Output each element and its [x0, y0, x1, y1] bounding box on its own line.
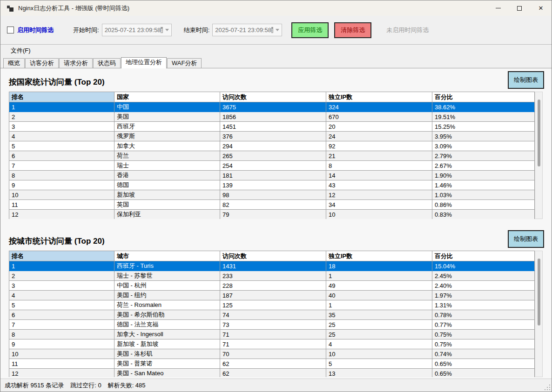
- table-cell[interactable]: 35: [326, 310, 432, 320]
- enable-time-filter-checkbox[interactable]: [7, 27, 14, 33]
- table-cell[interactable]: 0.65%: [432, 369, 535, 378]
- apply-filter-button[interactable]: 应用筛选: [291, 22, 329, 38]
- table-cell[interactable]: 0.75%: [432, 339, 535, 349]
- table-cell[interactable]: 7: [9, 161, 114, 171]
- table-row[interactable]: 8香港181141.90%: [9, 171, 535, 180]
- table-cell[interactable]: 18: [326, 261, 432, 271]
- city-table-scrollbar[interactable]: [535, 251, 543, 377]
- table-row[interactable]: 9德国139431.46%: [9, 180, 535, 190]
- table-cell[interactable]: 3: [9, 122, 114, 132]
- table-cell[interactable]: 70: [220, 349, 326, 359]
- tab-waf-analysis[interactable]: WAF分析: [167, 58, 202, 68]
- table-cell[interactable]: 125: [220, 300, 326, 310]
- table-cell[interactable]: 1.90%: [432, 171, 535, 180]
- table-row[interactable]: 4俄罗斯376243.95%: [9, 132, 535, 141]
- tab-overview[interactable]: 概览: [3, 58, 25, 68]
- table-cell[interactable]: 73: [220, 320, 326, 330]
- table-cell[interactable]: 香港: [114, 171, 220, 180]
- table-cell[interactable]: 40: [326, 291, 432, 300]
- table-cell[interactable]: 1: [326, 271, 432, 281]
- table-cell[interactable]: 美国: [114, 112, 220, 122]
- tab-status-codes[interactable]: 状态码: [93, 58, 121, 68]
- table-row[interactable]: 1中国367532438.62%: [9, 102, 535, 112]
- table-cell[interactable]: 加拿大 - Ingersoll: [114, 330, 220, 339]
- table-cell[interactable]: 12: [9, 210, 114, 219]
- table-cell[interactable]: 9: [9, 180, 114, 190]
- table-cell[interactable]: 1451: [220, 122, 326, 132]
- column-header-percentage[interactable]: 百分比: [432, 251, 535, 261]
- table-row[interactable]: 9新加坡 - 新加坡7140.75%: [9, 339, 535, 349]
- table-cell[interactable]: 670: [326, 112, 432, 122]
- table-cell[interactable]: 美国 - 洛杉矶: [114, 349, 220, 359]
- column-header-rank[interactable]: 排名: [9, 92, 114, 102]
- table-cell[interactable]: 1: [326, 300, 432, 310]
- table-cell[interactable]: 10: [9, 190, 114, 200]
- table-cell[interactable]: 1431: [220, 261, 326, 271]
- table-row[interactable]: 5荷兰 - Rosmalen12511.31%: [9, 300, 535, 310]
- table-cell[interactable]: 15.25%: [432, 122, 535, 132]
- table-cell[interactable]: 0.78%: [432, 310, 535, 320]
- table-cell[interactable]: 1.97%: [432, 291, 535, 300]
- table-cell[interactable]: 美国 - San Mateo: [114, 369, 220, 378]
- table-cell[interactable]: 376: [220, 132, 326, 141]
- table-row[interactable]: 2美国185667019.51%: [9, 112, 535, 122]
- table-cell[interactable]: 西班牙 - Turis: [114, 261, 220, 271]
- table-cell[interactable]: 3675: [220, 102, 326, 112]
- table-cell[interactable]: 新加坡 - 新加坡: [114, 339, 220, 349]
- table-cell[interactable]: 62: [220, 359, 326, 369]
- table-cell[interactable]: 2.45%: [432, 271, 535, 281]
- column-header-country[interactable]: 国家: [114, 92, 220, 102]
- table-cell[interactable]: 265: [220, 151, 326, 161]
- tab-request-analysis[interactable]: 请求分析: [59, 58, 93, 68]
- table-cell[interactable]: 英国: [114, 200, 220, 210]
- table-cell[interactable]: 294: [220, 141, 326, 151]
- table-cell[interactable]: 0.74%: [432, 349, 535, 359]
- table-cell[interactable]: 4: [9, 132, 114, 141]
- table-cell[interactable]: 荷兰: [114, 151, 220, 161]
- table-cell[interactable]: 10: [326, 210, 432, 219]
- column-header-percentage[interactable]: 百分比: [432, 92, 535, 102]
- table-cell[interactable]: 俄罗斯: [114, 132, 220, 141]
- table-cell[interactable]: 2: [9, 112, 114, 122]
- table-cell[interactable]: 6: [9, 310, 114, 320]
- table-cell[interactable]: 7: [9, 320, 114, 330]
- table-row[interactable]: 1西班牙 - Turis14311815.04%: [9, 261, 535, 271]
- table-cell[interactable]: 12: [326, 190, 432, 200]
- table-row[interactable]: 5加拿大294923.09%: [9, 141, 535, 151]
- table-cell[interactable]: 美国 - 纽约: [114, 291, 220, 300]
- table-row[interactable]: 10新加坡98121.03%: [9, 190, 535, 200]
- table-row[interactable]: 11英国82340.86%: [9, 200, 535, 210]
- table-cell[interactable]: 181: [220, 171, 326, 180]
- table-cell[interactable]: 11: [9, 359, 114, 369]
- table-cell[interactable]: 254: [220, 161, 326, 171]
- table-cell[interactable]: 2.67%: [432, 161, 535, 171]
- table-cell[interactable]: 瑞士 - 苏黎世: [114, 271, 220, 281]
- table-row[interactable]: 8加拿大 - Ingersoll71250.75%: [9, 330, 535, 339]
- table-cell[interactable]: 71: [220, 330, 326, 339]
- table-cell[interactable]: 98: [220, 190, 326, 200]
- table-cell[interactable]: 24: [326, 132, 432, 141]
- table-cell[interactable]: 加拿大: [114, 141, 220, 151]
- table-cell[interactable]: 2: [9, 271, 114, 281]
- table-cell[interactable]: 1.03%: [432, 190, 535, 200]
- table-cell[interactable]: 8: [9, 171, 114, 180]
- end-time-picker[interactable]: 2025-07-21 23:09:58: [212, 24, 282, 36]
- table-cell[interactable]: 9: [9, 339, 114, 349]
- table-cell[interactable]: 0.75%: [432, 330, 535, 339]
- table-cell[interactable]: 139: [220, 180, 326, 190]
- table-cell[interactable]: 1.46%: [432, 180, 535, 190]
- table-cell[interactable]: 1: [9, 261, 114, 271]
- table-cell[interactable]: 1856: [220, 112, 326, 122]
- column-header-unique-ips[interactable]: 独立IP数: [326, 92, 432, 102]
- scrollbar-thumb[interactable]: [538, 259, 540, 326]
- table-cell[interactable]: 4: [326, 339, 432, 349]
- start-time-picker[interactable]: 2025-07-21 23:09:58: [102, 24, 172, 36]
- column-header-unique-ips[interactable]: 独立IP数: [326, 251, 432, 261]
- country-table-scrollbar[interactable]: [535, 92, 543, 219]
- table-cell[interactable]: 5: [9, 141, 114, 151]
- table-cell[interactable]: 62: [220, 369, 326, 378]
- table-cell[interactable]: 8: [9, 330, 114, 339]
- table-cell[interactable]: 21: [326, 151, 432, 161]
- table-cell[interactable]: 6: [9, 151, 114, 161]
- table-cell[interactable]: 美国 - 希尔斯伯勒: [114, 310, 220, 320]
